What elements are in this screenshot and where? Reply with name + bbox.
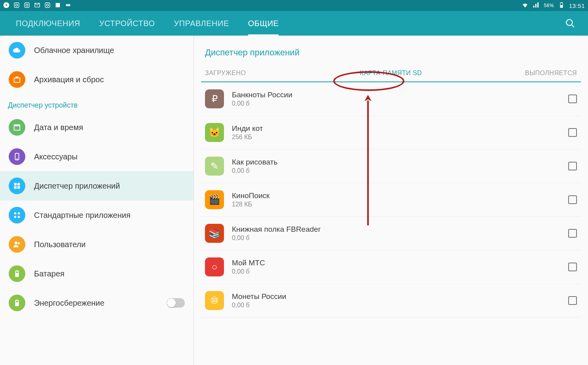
app-info: Монеты России0,00 б	[232, 292, 560, 309]
app-row[interactable]: ○Мой МТС0,00 б	[201, 250, 581, 284]
svg-point-25	[14, 216, 17, 218]
app-info: Мой МТС0,00 б	[232, 259, 560, 275]
app-info: Банкноты России0,00 б	[232, 91, 560, 107]
battery-icon	[9, 265, 25, 282]
svg-point-23	[14, 212, 17, 215]
svg-rect-1	[14, 3, 19, 8]
calendar-icon	[9, 119, 25, 136]
app-row[interactable]: ₽Банкноты России0,00 б	[201, 82, 581, 116]
svg-point-28	[18, 242, 20, 245]
tab-general[interactable]: ОБЩИЕ	[239, 11, 288, 36]
svg-point-14	[566, 19, 572, 25]
svg-rect-8	[56, 3, 60, 7]
app-row[interactable]: 🎬КиноПоиск128 КБ	[201, 183, 581, 217]
svg-point-24	[18, 212, 20, 215]
subtab-sdcard[interactable]: КАРТА ПАМЯТИ SD	[329, 65, 453, 81]
tab-management[interactable]: УПРАВЛЕНИЕ	[165, 11, 239, 36]
sidebar-item[interactable]: Диспетчер приложений	[0, 171, 193, 200]
svg-rect-33	[16, 300, 18, 301]
app-row[interactable]: 🐱Инди кот256 КБ	[201, 116, 581, 149]
sidebar-item-label: Энергосбережение	[34, 299, 158, 308]
flipboard-icon	[55, 2, 61, 9]
app-icon: 🐱	[205, 123, 224, 142]
app-size: 128 КБ	[232, 201, 560, 208]
instagram-icon	[44, 2, 51, 9]
app-checkbox[interactable]	[568, 195, 577, 204]
grid2-icon	[9, 207, 25, 223]
app-info: Инди кот256 КБ	[232, 124, 560, 141]
app-info: Как рисовать0,00 б	[232, 158, 560, 174]
svg-rect-13	[561, 2, 562, 3]
app-name: Банкноты России	[232, 91, 560, 99]
cloud-icon	[9, 42, 25, 59]
main-panel: Диспетчер приложений ЗАГРУЖЕНО КАРТА ПАМ…	[194, 36, 588, 365]
battery-icon	[9, 295, 25, 311]
sidebar-item[interactable]: Аксессуары	[0, 142, 193, 171]
status-bar: 56% 13:51	[0, 0, 588, 11]
app-checkbox[interactable]	[568, 162, 577, 170]
svg-point-18	[17, 158, 18, 159]
app-checkbox[interactable]	[568, 263, 577, 271]
app-row[interactable]: ⑩Монеты России0,00 б	[201, 284, 581, 318]
panel-title: Диспетчер приложений	[201, 36, 581, 65]
app-size: 0,00 б	[232, 100, 560, 107]
sidebar-item[interactable]: Батарея	[0, 259, 193, 288]
app-size: 0,00 б	[232, 167, 560, 174]
sidebar-item-label: Батарея	[34, 269, 185, 278]
app-checkbox[interactable]	[568, 95, 577, 103]
tab-device[interactable]: УСТРОЙСТВО	[90, 11, 165, 36]
app-name: Монеты России	[232, 292, 560, 301]
app-checkbox[interactable]	[568, 128, 577, 137]
app-row[interactable]: 📚Книжная полка FBReader0,00 б	[201, 217, 581, 250]
app-size: 256 КБ	[232, 134, 560, 141]
svg-rect-30	[16, 270, 18, 271]
svg-rect-22	[17, 186, 20, 189]
battery-icon	[558, 2, 565, 10]
sidebar-item-label: Архивация и сброс	[34, 75, 185, 84]
sidebar-item-label: Облачное хранилище	[34, 46, 185, 55]
sidebar-item[interactable]: Дата и время	[0, 113, 193, 142]
app-list[interactable]: ₽Банкноты России0,00 б🐱Инди кот256 КБ✎Ка…	[201, 82, 581, 365]
tab-connections[interactable]: ПОДКЛЮЧЕНИЯ	[6, 11, 90, 36]
instagram-icon	[24, 2, 30, 9]
sidebar-item-label: Дата и время	[34, 123, 185, 132]
app-info: Книжная полка FBReader0,00 б	[232, 225, 560, 242]
settings-sidebar[interactable]: Облачное хранилищеАрхивация и сбросДиспе…	[0, 36, 194, 365]
subtab-running[interactable]: ВЫПОЛНЯЕТСЯ	[453, 65, 581, 81]
app-name: Мой МТС	[232, 259, 560, 267]
svg-rect-6	[45, 3, 50, 8]
app-row[interactable]: ✎Как рисовать0,00 б	[201, 149, 581, 183]
app-icon: 🎬	[205, 190, 224, 209]
app-info: КиноПоиск128 КБ	[232, 191, 560, 208]
backup-icon	[9, 71, 25, 88]
svg-point-9	[66, 4, 68, 6]
sidebar-section-header: Диспетчер устройств	[0, 94, 193, 113]
app-name: Книжная полка FBReader	[232, 225, 560, 234]
toggle-switch[interactable]	[167, 298, 185, 308]
svg-rect-20	[17, 183, 20, 185]
sidebar-item[interactable]: Пользователи	[0, 230, 193, 259]
search-button[interactable]	[559, 11, 582, 36]
svg-rect-21	[14, 186, 17, 189]
app-checkbox[interactable]	[568, 229, 577, 238]
sidebar-item[interactable]: Архивация и сброс	[0, 65, 193, 94]
app-icon: ○	[205, 257, 224, 276]
sidebar-item[interactable]: Стандартные приложения	[0, 200, 193, 230]
app-size: 0,00 б	[232, 302, 560, 309]
play-icon	[3, 2, 9, 9]
app-checkbox[interactable]	[568, 296, 577, 305]
sidebar-item[interactable]: Энергосбережение	[0, 288, 193, 318]
svg-rect-12	[560, 5, 563, 8]
app-subtabs: ЗАГРУЖЕНО КАРТА ПАМЯТИ SD ВЫПОЛНЯЕТСЯ	[201, 65, 581, 82]
sidebar-item[interactable]: Облачное хранилище	[0, 36, 193, 65]
mail-icon	[34, 2, 40, 9]
search-icon	[565, 18, 575, 28]
svg-rect-16	[14, 125, 20, 127]
grid-icon	[9, 178, 25, 194]
misc-icon	[65, 2, 71, 9]
clock: 13:51	[569, 2, 585, 9]
subtab-downloaded[interactable]: ЗАГРУЖЕНО	[201, 65, 329, 81]
sidebar-item-label: Диспетчер приложений	[34, 182, 185, 191]
sidebar-item-label: Пользователи	[34, 240, 185, 249]
instagram-icon	[13, 2, 20, 9]
